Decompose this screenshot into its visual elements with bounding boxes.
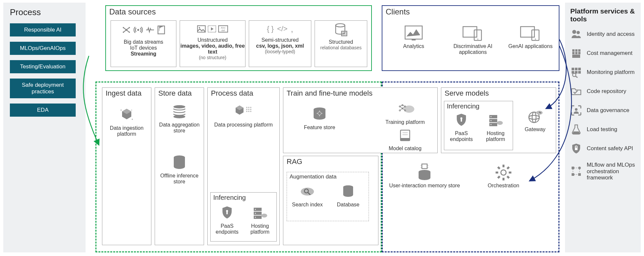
card-bold: Streaming (131, 51, 156, 57)
svg-point-54 (173, 105, 185, 108)
brain-cloud-icon (379, 100, 431, 118)
platform-item-identity: Identity and access (570, 28, 635, 40)
label: Training platform (379, 119, 431, 125)
svg-point-73 (255, 217, 256, 218)
label: Feature store (293, 125, 346, 130)
svg-rect-19 (572, 167, 574, 169)
platform-item-cost: Cost management (570, 47, 635, 59)
svg-point-113 (491, 120, 492, 121)
analytics-icon (389, 24, 438, 42)
ingest-node: Data ingestion platform (102, 106, 151, 137)
layers-icon (155, 103, 204, 121)
cloud-search-icon (289, 183, 325, 200)
shield-icon (212, 204, 242, 222)
cylinder-chip-icon (388, 164, 461, 181)
platform-item-mlflow: MLflow and MLOps orchestration framework (570, 162, 635, 181)
svg-rect-45 (463, 27, 477, 37)
svg-point-53 (131, 110, 132, 111)
svg-rect-2 (572, 55, 580, 58)
process-title: Process (10, 7, 79, 17)
label: Gateway (517, 127, 553, 132)
platform-item-label: MLflow and MLOps orchestration framework (587, 162, 635, 181)
cylinder-icon (155, 154, 204, 172)
cylinder-icon (330, 183, 366, 200)
svg-point-74 (261, 214, 267, 218)
card-paren: (no structure) (180, 55, 245, 60)
devices-icon (445, 24, 501, 42)
serve-title: Serve models (441, 88, 556, 100)
label: Database (330, 202, 366, 208)
flask-icon (570, 124, 582, 135)
card-unstructured: Abcdef Unstructured images, video, audio… (180, 20, 245, 67)
cylinder-brain-icon (293, 105, 346, 123)
svg-point-57 (246, 107, 247, 108)
svg-rect-20 (572, 173, 574, 176)
platform-item-code: Code repository (570, 85, 635, 97)
svg-rect-100 (502, 178, 504, 180)
svg-rect-103 (506, 166, 510, 170)
svg-point-50 (535, 39, 536, 40)
ingest-box: Ingest data Data ingestion platform (102, 87, 151, 245)
svg-text:def: def (221, 29, 225, 32)
platform-panel: Platform services & tools Identity and a… (565, 3, 641, 252)
card-semistructured: { }</>, Semi-structured csv, logs, json,… (249, 20, 311, 67)
svg-point-32 (199, 27, 200, 28)
shield-lock-icon (570, 143, 582, 154)
calculator-icon (570, 47, 582, 59)
platform-item-load: Load testing (570, 124, 635, 135)
svg-point-112 (491, 116, 492, 117)
paas-node: PaaS endpoints (212, 204, 242, 235)
svg-rect-44 (412, 39, 416, 40)
process-item: Testing/Evaluation (10, 60, 76, 73)
label: Discriminative AI applications (445, 43, 501, 56)
inferencing-title: Inferencing (444, 101, 513, 111)
memory-store: User-interaction memory store (388, 164, 461, 189)
store-node-agg: Data aggregation store (155, 103, 204, 134)
process-node: Data processing platform (208, 103, 279, 128)
serve-hosting: Hosting platform (481, 111, 510, 143)
svg-rect-102 (509, 172, 511, 174)
store-node-offline: Offline inference store (155, 154, 204, 185)
label: Orchestration (471, 183, 536, 189)
svg-rect-92 (422, 164, 427, 169)
card-bold: csv, logs, json, xml (256, 43, 304, 49)
svg-point-47 (477, 39, 478, 40)
label: Offline inference store (155, 173, 204, 185)
svg-point-65 (250, 111, 251, 112)
process-panel: Process Responsible AI MLOps/GenAIOps Te… (3, 3, 86, 252)
cube-dots-icon (208, 103, 279, 121)
svg-point-115 (497, 121, 503, 125)
svg-point-62 (250, 109, 251, 110)
svg-line-16 (576, 76, 578, 78)
media-icons: Abcdef (180, 21, 245, 37)
svg-rect-7 (575, 52, 578, 54)
search-index: Search index (289, 183, 325, 208)
platform-item-monitoring: Monitoring platform (570, 66, 635, 78)
svg-point-1 (577, 31, 580, 34)
platform-item-label: Cost management (587, 50, 632, 57)
platform-item-label: Identity and access (587, 31, 635, 37)
svg-rect-43 (405, 26, 422, 39)
book-icon (379, 127, 431, 144)
svg-point-98 (501, 170, 506, 175)
svg-rect-5 (578, 49, 580, 52)
data-sources-box: Data sources Big data streams IoT device… (105, 5, 372, 71)
svg-rect-9 (572, 68, 574, 70)
svg-point-58 (248, 107, 249, 108)
svg-rect-3 (572, 49, 575, 52)
svg-point-0 (572, 30, 576, 34)
label: GenAI applications (507, 43, 554, 49)
svg-rect-18 (575, 148, 578, 150)
train-box: Train and fine-tune models Feature store… (283, 87, 438, 153)
svg-point-72 (255, 213, 256, 214)
gateway-node: Gateway (517, 107, 553, 132)
platform-item-safety: Content safety API (570, 143, 635, 154)
training-platform: Training platform (379, 100, 431, 125)
process-data-box: Process data Data processing platform In… (207, 87, 280, 245)
process-inferencing: Inferencing PaaS endpoints Hosting platf… (210, 192, 277, 242)
svg-rect-67 (226, 212, 228, 214)
frame-user-icon (570, 105, 582, 116)
svg-point-22 (578, 167, 581, 169)
svg-point-28 (137, 29, 139, 31)
clients-title: Clients (382, 6, 559, 18)
